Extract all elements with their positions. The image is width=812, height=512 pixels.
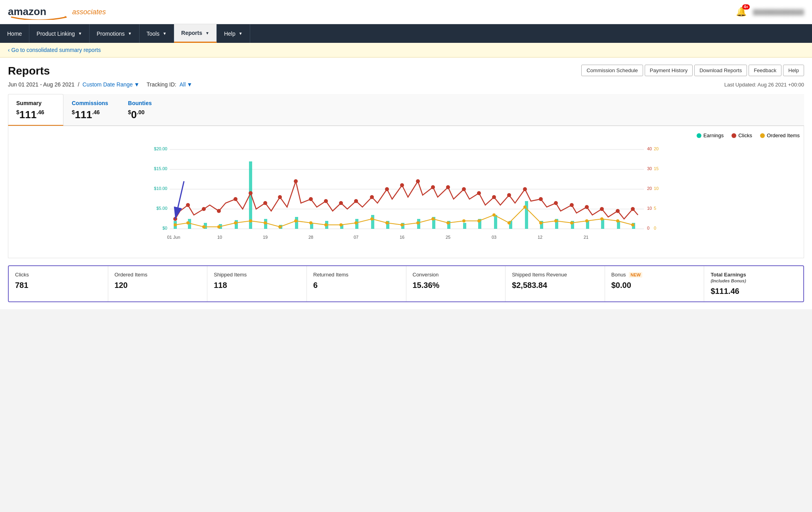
- earnings-dot: [697, 133, 701, 138]
- clicks-dot: [732, 133, 736, 138]
- svg-point-52: [174, 223, 177, 226]
- svg-point-86: [217, 209, 221, 213]
- payment-history-button[interactable]: Payment History: [645, 65, 693, 76]
- svg-point-71: [462, 219, 465, 222]
- nav-promotions-label: Promotions: [97, 31, 125, 37]
- last-updated: Last Updated: Aug 26 2021 +00:00: [724, 82, 804, 88]
- stat-ordered-items: Ordered Items 120: [108, 266, 208, 301]
- nav-tools[interactable]: Tools ▼: [140, 24, 174, 43]
- svg-text:21: 21: [584, 235, 588, 240]
- svg-text:30: 30: [647, 166, 652, 171]
- nav-product-linking[interactable]: Product Linking ▼: [29, 24, 89, 43]
- tracking-id-link[interactable]: All ▼: [180, 81, 192, 88]
- page-title: Reports: [8, 65, 50, 77]
- stat-ordered-items-label: Ordered Items: [115, 272, 201, 278]
- feedback-button[interactable]: Feedback: [749, 65, 781, 76]
- svg-point-97: [385, 187, 389, 191]
- svg-point-62: [324, 223, 327, 226]
- svg-text:40: 40: [647, 146, 652, 151]
- stat-returned-items-value: 6: [313, 281, 400, 290]
- nav-product-linking-label: Product Linking: [36, 31, 75, 37]
- svg-text:28: 28: [308, 235, 313, 240]
- svg-point-61: [309, 221, 312, 224]
- download-reports-button[interactable]: Download Reports: [694, 65, 747, 76]
- svg-point-63: [339, 223, 343, 226]
- svg-text:15: 15: [654, 166, 659, 171]
- amazon-logo: amazon associates: [8, 4, 106, 20]
- ordered-items-dot: [760, 133, 765, 138]
- svg-point-74: [508, 221, 511, 224]
- date-range-text: Jun 01 2021 - Aug 26 2021: [8, 81, 75, 88]
- clicks-label: Clicks: [738, 132, 752, 138]
- stat-conversion-label: Conversion: [413, 272, 499, 278]
- svg-text:amazon: amazon: [8, 6, 46, 17]
- svg-text:0: 0: [647, 226, 649, 230]
- stat-total-earnings-value: $111.46: [710, 287, 797, 296]
- stat-bonus-value: $0.00: [611, 281, 698, 290]
- svg-point-85: [202, 207, 206, 211]
- summary-tab[interactable]: Summary $111.46: [8, 94, 63, 126]
- tracking-separator: Tracking ID:: [147, 81, 176, 88]
- svg-point-69: [431, 217, 435, 221]
- svg-point-102: [462, 187, 466, 191]
- svg-rect-42: [494, 215, 497, 229]
- chevron-down-icon: ▼: [187, 81, 192, 88]
- svg-point-92: [309, 197, 313, 201]
- svg-point-104: [492, 195, 496, 199]
- svg-rect-44: [525, 201, 528, 229]
- svg-point-81: [616, 219, 619, 222]
- commissions-tab[interactable]: Commissions $111.46: [63, 94, 120, 125]
- ordered-items-label: Ordered Items: [767, 132, 800, 138]
- svg-point-91: [294, 179, 298, 183]
- consolidated-reports-link[interactable]: ‹ Go to consolidated summary reports: [8, 47, 101, 53]
- svg-point-88: [249, 191, 253, 195]
- svg-point-75: [523, 205, 527, 209]
- svg-text:25: 25: [446, 235, 450, 240]
- custom-date-range-link[interactable]: Custom Date Range ▼: [82, 81, 140, 88]
- chart-section: Earnings Clicks Ordered Items $20.00 $15…: [8, 126, 804, 258]
- chart-container: $20.00 $15.00 $10.00 $5.00 $0 40 30 20 1…: [12, 142, 800, 254]
- nav-home-label: Home: [7, 31, 22, 37]
- summary-tab-label: Summary: [16, 100, 52, 106]
- clicks-legend: Clicks: [732, 132, 752, 138]
- stat-returned-items: Returned Items 6: [307, 266, 406, 301]
- commission-schedule-button[interactable]: Commission Schedule: [581, 65, 643, 76]
- svg-point-111: [600, 207, 604, 211]
- bounties-tab[interactable]: Bounties $0.00: [120, 94, 175, 125]
- help-button[interactable]: Help: [783, 65, 804, 76]
- svg-point-73: [492, 213, 496, 217]
- chevron-down-icon: ▼: [78, 31, 82, 36]
- notification-badge: 4+: [742, 4, 750, 10]
- summary-amount: $111.46: [16, 109, 52, 121]
- svg-text:10: 10: [647, 206, 652, 211]
- top-header: amazon associates 🔔 4+ ██████████████: [0, 0, 812, 24]
- nav-reports[interactable]: Reports ▼: [174, 24, 217, 43]
- svg-text:$5.00: $5.00: [156, 206, 167, 211]
- svg-text:10: 10: [217, 235, 222, 240]
- stat-bonus-label: Bonus NEW: [611, 272, 698, 278]
- svg-point-79: [585, 219, 588, 222]
- notification-bell[interactable]: 🔔 4+: [736, 7, 747, 17]
- svg-point-76: [539, 221, 542, 224]
- date-left: Jun 01 2021 - Aug 26 2021 / Custom Date …: [8, 81, 192, 88]
- svg-text:16: 16: [400, 235, 404, 240]
- earnings-label: Earnings: [703, 132, 724, 138]
- svg-point-67: [400, 223, 404, 226]
- stat-shipped-revenue-value: $2,583.84: [512, 281, 598, 290]
- svg-point-56: [234, 221, 237, 224]
- nav-promotions[interactable]: Promotions ▼: [90, 24, 140, 43]
- stat-shipped-revenue: Shipped Items Revenue $2,583.84: [506, 266, 605, 301]
- svg-point-99: [416, 179, 420, 183]
- svg-point-87: [234, 197, 237, 201]
- nav-help[interactable]: Help ▼: [217, 24, 250, 43]
- stat-total-earnings-label: Total Earnings (Includes Bonus): [710, 272, 797, 284]
- svg-point-65: [370, 217, 373, 221]
- consolidated-reports-banner: ‹ Go to consolidated summary reports: [0, 43, 812, 58]
- svg-rect-40: [463, 223, 466, 229]
- svg-rect-29: [295, 217, 298, 229]
- chevron-down-icon: ▼: [163, 31, 167, 36]
- chart-legend: Earnings Clicks Ordered Items: [12, 132, 800, 138]
- reports-header: Reports Commission Schedule Payment Hist…: [8, 65, 804, 77]
- svg-point-113: [631, 207, 635, 211]
- nav-home[interactable]: Home: [0, 24, 29, 43]
